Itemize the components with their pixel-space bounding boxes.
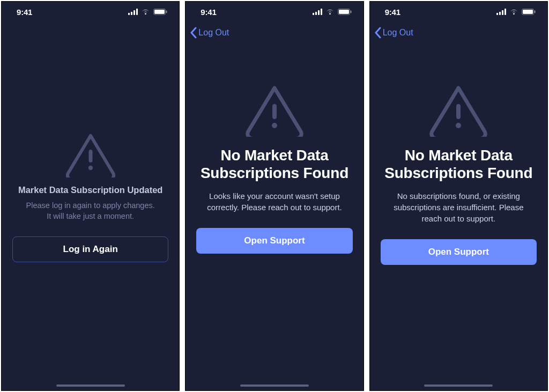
svg-rect-21 <box>505 9 506 15</box>
svg-point-17 <box>272 123 277 128</box>
logout-button[interactable]: Log Out <box>190 27 229 39</box>
svg-rect-24 <box>534 11 535 13</box>
nav-bar: Log Out <box>186 22 363 43</box>
svg-rect-14 <box>339 10 349 14</box>
svg-rect-25 <box>456 104 461 119</box>
status-indicators <box>313 9 352 15</box>
open-support-button[interactable]: Open Support <box>196 228 352 254</box>
status-time: 9:41 <box>385 8 400 17</box>
logout-button[interactable]: Log Out <box>374 27 413 39</box>
status-time: 9:41 <box>17 8 32 17</box>
signal-icon <box>313 9 322 15</box>
svg-rect-2 <box>133 10 135 15</box>
empty-state-title: No Market Data Subscriptions Found <box>196 146 352 182</box>
screen-no-subscriptions-insufficient: 9:41 Log Out No Market Data Subscription… <box>369 1 548 391</box>
svg-point-26 <box>456 123 461 128</box>
screen-no-subscriptions-setup: 9:41 Log Out No Market Data Subscription… <box>185 1 363 391</box>
wifi-icon <box>141 9 150 15</box>
button-label: Open Support <box>428 247 489 257</box>
empty-state-title: Market Data Subscription Updated <box>18 185 163 195</box>
status-bar: 9:41 <box>186 2 363 22</box>
svg-point-8 <box>88 166 92 170</box>
status-bar: 9:41 <box>370 2 547 22</box>
signal-icon <box>496 9 506 15</box>
svg-rect-19 <box>499 12 501 15</box>
warning-icon <box>246 85 303 137</box>
svg-rect-20 <box>502 10 503 15</box>
wifi-icon <box>325 9 335 15</box>
screen-subscription-updated: 9:41 Market Data Subscription Updated Pl… <box>1 1 180 391</box>
status-time: 9:41 <box>201 8 216 17</box>
svg-rect-6 <box>166 11 167 13</box>
empty-state: Market Data Subscription Updated Please … <box>2 43 179 390</box>
nav-bar: Log Out <box>370 22 547 43</box>
wifi-icon <box>509 9 518 15</box>
signal-icon <box>128 9 138 15</box>
svg-rect-16 <box>272 104 277 119</box>
empty-state-body: Please log in again to apply changes.It … <box>26 201 155 221</box>
chevron-left-icon <box>190 27 197 39</box>
svg-rect-0 <box>128 13 130 15</box>
svg-rect-10 <box>315 12 317 15</box>
home-indicator <box>424 384 493 387</box>
empty-state-body: Looks like your account wasn't setup cor… <box>196 190 352 213</box>
svg-rect-18 <box>496 13 498 15</box>
svg-rect-1 <box>131 12 132 15</box>
empty-state-body: No subscriptions found, or existing subs… <box>381 190 537 224</box>
warning-icon <box>66 134 115 177</box>
warning-icon <box>429 85 487 137</box>
chevron-left-icon <box>374 27 382 39</box>
svg-rect-5 <box>154 10 165 14</box>
nav-back-label: Log Out <box>198 28 229 38</box>
svg-rect-3 <box>136 9 138 15</box>
svg-rect-23 <box>523 10 533 14</box>
battery-icon <box>338 9 352 15</box>
empty-state-title: No Market Data Subscriptions Found <box>381 146 537 182</box>
button-label: Log in Again <box>63 244 118 255</box>
nav-back-label: Log Out <box>383 28 413 38</box>
open-support-button[interactable]: Open Support <box>381 239 537 265</box>
svg-rect-11 <box>318 10 320 15</box>
svg-rect-7 <box>88 150 92 162</box>
status-indicators <box>128 9 167 15</box>
login-again-button[interactable]: Log in Again <box>12 236 168 262</box>
svg-rect-12 <box>321 9 322 15</box>
status-indicators <box>496 9 536 15</box>
home-indicator <box>56 384 125 387</box>
svg-rect-15 <box>350 11 351 13</box>
svg-rect-9 <box>313 13 314 15</box>
empty-state: No Market Data Subscriptions Found No su… <box>370 43 547 390</box>
status-bar: 9:41 <box>2 2 179 22</box>
button-label: Open Support <box>244 235 305 246</box>
battery-icon <box>522 9 536 15</box>
home-indicator <box>240 384 309 387</box>
battery-icon <box>153 9 167 15</box>
empty-state: No Market Data Subscriptions Found Looks… <box>186 43 363 390</box>
